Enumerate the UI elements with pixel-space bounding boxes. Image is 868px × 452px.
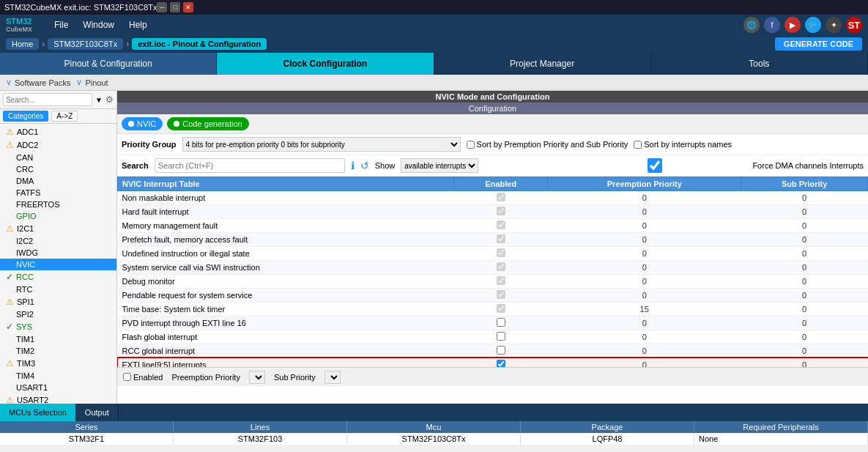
sidebar-item-fatfs[interactable]: FATFS <box>0 187 116 199</box>
interrupt-enabled[interactable] <box>454 303 548 316</box>
sidebar-item-tim2[interactable]: TIM2 <box>0 345 116 357</box>
sort-names-check[interactable]: Sort by interrupts names <box>634 140 732 149</box>
enabled-checkbox[interactable] <box>497 332 505 341</box>
sidebar-item-i2c1[interactable]: ⚠ I2C1 <box>0 222 116 235</box>
enabled-checkbox[interactable] <box>497 318 505 327</box>
sidebar-item-adc2[interactable]: ⚠ ADC2 <box>0 138 116 152</box>
sidebar-item-freertos[interactable]: FREERTOS <box>0 199 116 210</box>
enabled-checkbox[interactable] <box>497 193 505 201</box>
sidebar-item-adc1[interactable]: ⚠ ADC1 <box>0 125 116 138</box>
enabled-checkbox[interactable] <box>497 290 505 299</box>
section-title: NVIC Mode and Configuration <box>117 91 868 103</box>
interrupt-enabled[interactable] <box>454 205 548 219</box>
status-tab-mcu[interactable]: MCUs Selection <box>0 404 76 421</box>
interrupt-enabled[interactable] <box>454 219 548 233</box>
interrupt-enabled[interactable] <box>454 330 548 344</box>
tab-pinout[interactable]: Pinout & Configuration <box>0 53 217 75</box>
interrupt-enabled[interactable] <box>454 344 548 358</box>
sidebar-item-can[interactable]: CAN <box>0 152 116 163</box>
subtab-pinout[interactable]: ∨ Pinout <box>76 78 108 87</box>
force-dma-checkbox[interactable] <box>560 158 750 173</box>
sidebar-item-gpio[interactable]: GPIO <box>0 210 116 222</box>
enabled-checkbox[interactable] <box>497 234 505 243</box>
sort-preemption-checkbox[interactable] <box>467 141 475 149</box>
preemption-priority: 0 <box>548 275 741 289</box>
sidebar-item-nvic[interactable]: NVIC <box>0 259 116 270</box>
sidebar-gear-icon[interactable]: ⚙ <box>105 95 114 105</box>
sidebar-item-iwdg[interactable]: IWDG <box>0 247 116 259</box>
sort-preemption-check[interactable]: Sort by Premption Priority and Sub Prior… <box>467 140 628 149</box>
mode-tabs: NVIC Code generation <box>117 114 868 134</box>
interrupt-enabled[interactable] <box>454 289 548 303</box>
breadcrumb-current[interactable]: exit.ioc - Pinout & Configuration <box>132 38 267 50</box>
sidebar-item-tim1[interactable]: TIM1 <box>0 333 116 345</box>
bottom-sub-select[interactable] <box>324 371 341 384</box>
enabled-checkbox[interactable] <box>497 221 505 229</box>
sidebar-item-usart2[interactable]: ⚠ USART2 <box>0 393 116 404</box>
sidebar-tab-categories[interactable]: Categories <box>3 111 48 122</box>
sidebar-item-spi2[interactable]: SPI2 <box>0 308 116 320</box>
enabled-checkbox[interactable] <box>497 248 505 257</box>
minimize-button[interactable]: ─ <box>157 2 167 12</box>
interrupt-enabled[interactable] <box>454 275 548 289</box>
sidebar-tab-az[interactable]: A->Z <box>51 111 78 122</box>
twitter-icon[interactable]: 🐦 <box>805 17 821 33</box>
interrupt-enabled[interactable] <box>454 191 548 205</box>
enabled-checkbox[interactable] <box>497 276 505 285</box>
bottom-enabled-label: Enabled <box>133 373 163 382</box>
bottom-preemption-select[interactable] <box>249 371 265 384</box>
tab-clock[interactable]: Clock Configuration <box>217 53 434 75</box>
tab-project[interactable]: Project Manager <box>434 53 651 75</box>
interrupt-enabled[interactable] <box>454 233 548 247</box>
interrupt-enabled[interactable] <box>454 358 548 368</box>
priority-group-select[interactable]: 4 bits for pre-emption priority 0 bits f… <box>182 137 461 152</box>
sidebar-item-i2c2[interactable]: I2C2 <box>0 235 116 247</box>
menu-file[interactable]: File <box>54 20 68 30</box>
info-icon[interactable]: ℹ <box>351 160 355 171</box>
enabled-checkbox[interactable] <box>497 360 505 367</box>
facebook-icon[interactable]: f <box>764 17 780 33</box>
globe-icon[interactable]: 🌐 <box>743 17 760 33</box>
st-logo-icon[interactable]: ST <box>846 17 862 33</box>
interrupt-enabled[interactable] <box>454 316 548 330</box>
tab-tools[interactable]: Tools <box>651 53 868 75</box>
breadcrumb-mcu[interactable]: STM32F103C8Tx <box>48 38 123 50</box>
interrupt-enabled[interactable] <box>454 247 548 261</box>
bottom-enabled-check[interactable]: Enabled <box>123 373 163 382</box>
network-icon[interactable]: ✦ <box>826 17 842 33</box>
bottom-enabled-checkbox[interactable] <box>123 373 131 381</box>
subtab-software-packs[interactable]: ∨ Software Packs <box>6 78 70 87</box>
enabled-checkbox[interactable] <box>497 262 505 271</box>
sidebar-item-crc[interactable]: CRC <box>0 163 116 175</box>
status-tab-output[interactable]: Output <box>76 404 119 421</box>
sidebar-dropdown-icon[interactable]: ▼ <box>95 96 103 104</box>
enabled-checkbox[interactable] <box>497 346 505 355</box>
mode-tab-nvic[interactable]: NVIC <box>122 117 163 130</box>
sidebar-item-rtc[interactable]: RTC <box>0 284 116 295</box>
menu-window[interactable]: Window <box>83 20 114 30</box>
enabled-checkbox[interactable] <box>497 207 505 215</box>
interrupt-enabled[interactable] <box>454 261 548 275</box>
close-button[interactable]: ✕ <box>183 2 193 12</box>
mode-tab-codegen[interactable]: Code generation <box>167 117 248 130</box>
sidebar-item-dma[interactable]: DMA <box>0 175 116 187</box>
youtube-icon[interactable]: ▶ <box>784 17 801 33</box>
force-dma-check[interactable]: Force DMA channels Interrupts <box>560 158 864 173</box>
breadcrumb-home[interactable]: Home <box>6 38 39 50</box>
sidebar-item-spi1[interactable]: ⚠ SPI1 <box>0 295 116 308</box>
refresh-icon[interactable]: ↺ <box>360 160 369 171</box>
enabled-checkbox[interactable] <box>497 304 505 313</box>
menu-help[interactable]: Help <box>129 20 147 30</box>
sidebar-search-input[interactable] <box>3 93 92 106</box>
sidebar-item-tim3[interactable]: ⚠ TIM3 <box>0 357 116 370</box>
sidebar-item-usart1[interactable]: USART1 <box>0 382 116 393</box>
show-select[interactable]: available interruptsall interruptsenable… <box>401 158 478 173</box>
sidebar-item-tim4[interactable]: TIM4 <box>0 370 116 382</box>
generate-code-button[interactable]: GENERATE CODE <box>775 37 862 51</box>
sidebar-item-rcc[interactable]: ✓ RCC <box>0 270 116 284</box>
sidebar-item-label: FREERTOS <box>16 200 60 209</box>
restore-button[interactable]: □ <box>170 2 180 12</box>
sidebar-item-sys[interactable]: ✓ SYS <box>0 320 116 333</box>
search-input[interactable] <box>155 158 345 173</box>
sort-names-checkbox[interactable] <box>634 141 642 149</box>
